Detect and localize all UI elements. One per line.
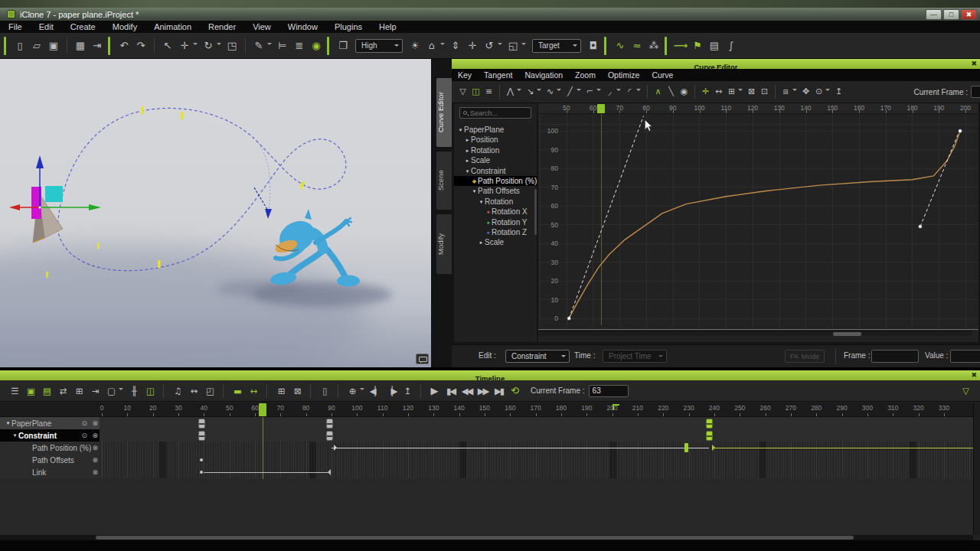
tree-item-rotation[interactable]: ▸Rotation [454, 145, 537, 155]
camera-zoom-icon[interactable]: ◱ [505, 36, 521, 56]
tangent-handle-1[interactable] [920, 129, 960, 227]
keyframe-key[interactable] [684, 443, 688, 452]
timeline-vscrollbar[interactable] [973, 403, 980, 535]
menu-render[interactable]: Render [200, 22, 244, 31]
track-list-icon[interactable]: ☰ [6, 382, 22, 400]
animation-curve[interactable] [569, 131, 960, 318]
peak-tangent-icon[interactable]: ∧ [652, 83, 665, 100]
tree-item-constraint[interactable]: ▾Constraint [454, 166, 537, 176]
viewport-3d[interactable] [0, 59, 431, 367]
first-frame-button[interactable]: ▮◀ [443, 382, 459, 400]
fk-mode-button[interactable]: FK Mode [785, 350, 825, 363]
prev-key-icon[interactable]: ◀▏ [367, 382, 383, 400]
timeline-playhead-marker[interactable] [259, 403, 266, 416]
render-image-icon[interactable]: ▦ [72, 36, 89, 56]
next-frame-button[interactable]: ▶▶ [475, 382, 491, 400]
undo-icon[interactable]: ↶ [116, 36, 132, 56]
break-clip-icon[interactable]: ╫ [126, 382, 142, 400]
reach-target-icon[interactable]: ⚑ [689, 36, 706, 56]
menu-window[interactable]: Window [279, 22, 326, 31]
collect-clip-icon[interactable]: ◫ [142, 382, 158, 400]
scale-tool-icon[interactable]: ◳ [224, 36, 240, 56]
curve-menu-zoom[interactable]: Zoom [569, 70, 602, 80]
track-header-path-offsets[interactable]: Path Offsets⊗ [0, 454, 100, 466]
track-visibility-icon[interactable]: ⊙ [81, 430, 87, 441]
tree-item-rotation[interactable]: ▾Rotation [454, 197, 537, 207]
move-tool-icon[interactable]: ✛ [176, 36, 193, 56]
keyframe-clip[interactable] [198, 419, 205, 429]
menu-modify[interactable]: Modify [104, 22, 145, 31]
move-clip-icon[interactable]: ⇄ [54, 382, 70, 400]
keyframe-clip-current[interactable] [706, 419, 713, 429]
keyframe-clip[interactable] [326, 419, 333, 429]
track-keys-area[interactable] [100, 442, 973, 454]
dummy-marker-cyan[interactable] [45, 186, 63, 202]
preview-light-icon[interactable]: ☀ [407, 36, 423, 56]
caption-bubble-icon[interactable] [416, 354, 429, 364]
ce-current-frame-input[interactable] [971, 86, 980, 98]
add-track-icon[interactable]: ⊞ [273, 382, 289, 400]
tree-item-rotation-y[interactable]: ●Rotation Y [454, 217, 537, 227]
align-icon[interactable]: ⊨ [274, 36, 291, 56]
track-keys-area[interactable] [100, 429, 973, 442]
expand-arrow-icon[interactable]: ▾ [471, 186, 478, 196]
tree-item-position[interactable]: ▸Position [454, 135, 537, 145]
next-key-icon[interactable]: ▕▶ [383, 382, 399, 400]
delete-key-icon[interactable]: ⊠ [745, 83, 758, 100]
add-clip-icon[interactable]: ⊞ [70, 382, 87, 400]
tree-item-path-offsets[interactable]: ▾Path Offsets [454, 186, 537, 196]
clip-mode-icon[interactable]: ▬ [229, 382, 245, 400]
timeline-close-icon[interactable]: ✖ [971, 370, 977, 380]
dummy-clip-icon[interactable]: ▢ [103, 382, 119, 400]
save-clip-icon[interactable]: ◰ [201, 382, 217, 400]
timeline-hscroll-thumb[interactable] [96, 536, 854, 540]
track-remove-icon[interactable]: ⊗ [92, 418, 98, 429]
spike-tangent-icon[interactable]: ∿ [544, 83, 557, 100]
track-header-paperplane[interactable]: ▾PaperPlane⊙⊗ [0, 417, 100, 429]
range-mode-icon[interactable]: ↔ [245, 382, 261, 400]
curve-editor-close-icon[interactable]: ✖ [971, 59, 977, 69]
object-related-icon[interactable]: ▣ [22, 382, 38, 400]
keyframe-arrow[interactable] [334, 445, 340, 451]
track-keys-area[interactable] [100, 417, 973, 429]
tree-item-rotation-z[interactable]: ●Rotation Z [454, 227, 537, 237]
expand-arrow-icon[interactable]: ▾ [464, 166, 471, 176]
align-terrain-icon[interactable]: ≣ [291, 36, 308, 56]
expand-arrow-icon[interactable]: ▸ [464, 145, 471, 155]
path-icon[interactable]: ∫ [723, 36, 740, 56]
new-project-icon[interactable]: ▯ [11, 36, 28, 56]
motion-list-icon[interactable]: ▤ [706, 36, 723, 56]
curve-graph[interactable]: 5060708090100110120130140150160170180190… [538, 103, 978, 342]
redo-icon[interactable]: ↷ [132, 36, 149, 56]
camera-view-icon[interactable]: ◘ [585, 36, 602, 56]
track-header-constraint[interactable]: ▾Constraint⊙⊗ [0, 429, 100, 442]
expand-arrow-icon[interactable]: ▾ [478, 197, 485, 207]
tree-item-paperplane[interactable]: ▾PaperPlane [454, 125, 537, 135]
menu-help[interactable]: Help [371, 22, 405, 31]
tree-item-scale[interactable]: ▸Scale [454, 155, 537, 165]
keyframe-arrow[interactable] [325, 469, 331, 475]
menu-file[interactable]: File [0, 22, 31, 31]
edit-motion-layer-icon[interactable]: ∿ [612, 36, 629, 56]
add-key-icon[interactable]: ⊞ [725, 83, 738, 100]
tl-current-frame-input[interactable] [589, 385, 629, 397]
menu-animation[interactable]: Animation [145, 22, 200, 31]
move-keys-icon[interactable]: ✛ [699, 83, 712, 100]
filter-curves-icon[interactable]: ▽ [456, 83, 469, 100]
ease-in-tangent-icon[interactable]: ◜ [623, 83, 636, 100]
pan-view-icon[interactable]: ✥ [799, 83, 812, 100]
close-button[interactable]: ✖ [961, 9, 977, 20]
search-box[interactable] [459, 107, 531, 119]
track-header-link[interactable]: Link⊗ [0, 466, 100, 478]
step-tangent-icon[interactable]: ⌐ [583, 83, 596, 100]
last-frame-button[interactable]: ▶▮ [491, 382, 507, 400]
curve-key-point[interactable] [919, 225, 923, 229]
sound-track-icon[interactable]: ♫ [169, 382, 185, 400]
tree-scrollbar[interactable] [534, 189, 537, 235]
append-clip-icon[interactable]: ⇥ [87, 382, 103, 400]
track-layer-icon[interactable]: ▤ [38, 382, 54, 400]
keyframe-clip[interactable] [326, 431, 333, 441]
ease-out-tangent-icon[interactable]: ◞ [603, 83, 616, 100]
transition-icon[interactable]: ↭ [185, 382, 201, 400]
tab-modify[interactable]: Modify [436, 214, 452, 274]
